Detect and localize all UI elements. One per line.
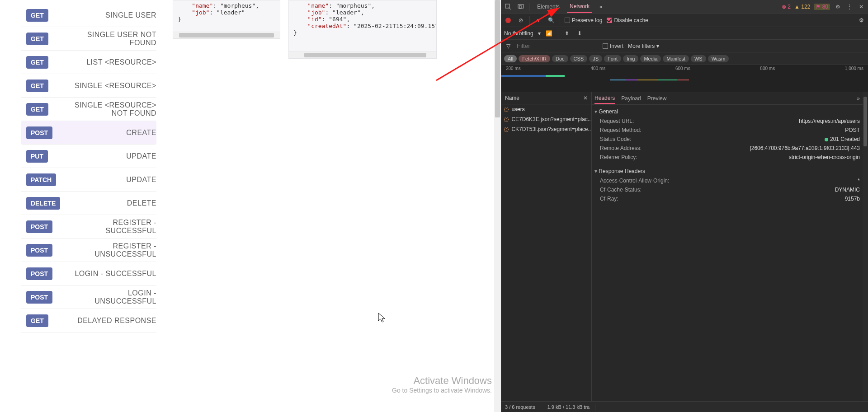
api-endpoint-item[interactable]: GETLIST <RESOURCE> [21,51,156,74]
type-filter-all[interactable]: All [504,55,517,62]
endpoint-label: SINGLE USER NOT FOUND [66,31,156,47]
endpoint-label: DELAYED RESPONSE [77,317,156,325]
preserve-log-checkbox[interactable]: Preserve log [565,17,602,23]
upload-har-icon[interactable]: ⬆ [563,29,571,37]
clear-icon[interactable]: ⊘ [517,16,525,24]
timeline-tick: 400 ms [590,66,605,71]
network-request-item[interactable]: {;}users [501,104,591,114]
endpoint-label: UPDATE [126,176,156,184]
filter-funnel-icon[interactable]: ▼ [534,16,542,24]
throttling-select[interactable]: No throttling ▾ [504,30,541,37]
api-endpoint-item[interactable]: POSTLOGIN - UNSUCCESSFUL [21,286,156,309]
detail-tab-headers[interactable]: Headers [594,93,615,104]
xhr-icon: {;} [504,126,509,132]
response-headers-section-header[interactable]: Response Headers [594,166,860,176]
network-request-item[interactable]: {;}CE7D6K3E.json?segment=plac... [501,114,591,124]
type-filter-manifest[interactable]: Manifest [663,55,689,62]
http-method-badge: POST [26,126,52,139]
type-filter-fetchxhr[interactable]: Fetch/XHR [519,55,550,62]
more-tabs-icon[interactable]: » [597,3,605,11]
general-section-header[interactable]: General [594,107,860,117]
endpoint-label: UPDATE [126,152,156,160]
http-method-badge: GET [26,9,48,22]
header-kv: Access-Control-Allow-Origin:* [594,176,860,185]
activate-windows-watermark: Activate Windows Go to Settings to activ… [392,375,492,394]
http-method-badge: PATCH [26,173,56,186]
network-toolbar: ⊘ ▼ 🔍 Preserve log Disable cache ⚙ [501,14,868,27]
network-settings-icon[interactable]: ⚙ [857,16,865,24]
svg-rect-2 [518,5,524,8]
error-count-badge[interactable]: ⊗ 2 [782,4,791,10]
api-endpoint-item[interactable]: GETDELAYED RESPONSE [21,309,156,332]
header-kv: Request Method:POST [594,126,860,135]
record-icon[interactable] [504,16,512,24]
detail-tab-preview[interactable]: Preview [647,94,667,103]
search-icon[interactable]: 🔍 [547,16,555,24]
request-count: 3 / 6 requests [505,404,541,410]
detail-tab-payload[interactable]: Payload [621,94,641,103]
type-filter-css[interactable]: CSS [570,55,588,62]
close-icon[interactable]: ✕ [583,95,588,101]
api-endpoint-item[interactable]: PATCHUPDATE [21,168,156,192]
tab-elements[interactable]: Elements [534,0,562,13]
api-endpoint-item[interactable]: POSTCREATE [21,121,156,145]
api-endpoint-item[interactable]: GETSINGLE <RESOURCE> [21,74,156,98]
issue-count-badge[interactable]: ⚑ 80 [814,4,830,10]
name-column-header[interactable]: Name ✕ [501,92,591,104]
more-tabs-icon[interactable]: » [857,95,860,102]
close-devtools-icon[interactable]: ✕ [857,3,865,11]
endpoint-label: REGISTER - UNSUCCESSFUL [66,242,156,258]
invert-checkbox[interactable]: Invert [603,43,623,49]
endpoint-label: LOGIN - SUCCESSFUL [75,270,156,278]
device-icon[interactable] [517,3,525,11]
xhr-icon: {;} [504,117,509,122]
horizontal-scrollbar[interactable] [288,52,437,59]
header-kv: Cf-Ray:9157b [594,194,860,203]
inspect-icon[interactable] [504,3,512,11]
endpoint-label: CREATE [126,129,156,137]
network-timeline[interactable]: 200 ms400 ms600 ms800 ms1,000 ms [501,65,868,92]
type-filter-wasm[interactable]: Wasm [708,55,729,62]
filter-row: ▽ Invert More filters ▾ [501,40,868,52]
watermark-subtitle: Go to Settings to activate Windows. [392,387,492,394]
page-content: GETSINGLE USERGETSINGLE USER NOT FOUNDGE… [0,0,501,412]
throttling-row: No throttling ▾ 📶 ⬆ ⬇ [501,27,868,40]
type-filter-js[interactable]: JS [589,55,602,62]
vertical-scrollbar[interactable] [494,0,501,412]
timeline-tick: 1,000 ms [845,66,863,71]
response-body-code: "name": "morpheus", "job": "leader", "id… [288,0,437,59]
vertical-scrollbar[interactable] [863,92,868,401]
type-filter-ws[interactable]: WS [691,55,706,62]
type-filter-media[interactable]: Media [640,55,661,62]
http-method-badge: POST [26,291,52,304]
filter-icon[interactable]: ▽ [504,42,512,50]
wifi-icon[interactable]: 📶 [545,29,553,37]
disable-cache-checkbox[interactable]: Disable cache [607,17,648,23]
api-endpoint-item[interactable]: GETSINGLE USER [21,4,156,27]
devtools-panel: Elements Network » ⊗ 2 ▲ 122 ⚑ 80 ⚙ ⋮ ✕ … [501,0,868,412]
api-endpoint-list: GETSINGLE USERGETSINGLE USER NOT FOUNDGE… [21,4,156,332]
api-endpoint-item[interactable]: GETSINGLE USER NOT FOUND [21,27,156,51]
endpoint-label: REGISTER - SUCCESSFUL [66,219,156,235]
type-filter-font[interactable]: Font [604,55,621,62]
settings-gear-icon[interactable]: ⚙ [834,3,842,11]
api-endpoint-item[interactable]: POSTREGISTER - UNSUCCESSFUL [21,239,156,262]
api-endpoint-item[interactable]: PUTUPDATE [21,145,156,168]
api-endpoint-item[interactable]: POSTLOGIN - SUCCESSFUL [21,262,156,286]
network-request-item[interactable]: {;}CK7DT53l.json?segment=place... [501,124,591,134]
api-endpoint-item[interactable]: POSTREGISTER - SUCCESSFUL [21,215,156,239]
header-kv: Cf-Cache-Status:DYNAMIC [594,185,860,194]
type-filter-img[interactable]: Img [623,55,638,62]
api-endpoint-item[interactable]: DELETEDELETE [21,192,156,215]
tab-network[interactable]: Network [567,0,592,13]
api-endpoint-item[interactable]: GETSINGLE <RESOURCE> NOT FOUND [21,98,156,121]
download-har-icon[interactable]: ⬇ [576,29,584,37]
header-kv: Status Code:201 Created [594,135,860,144]
type-filter-doc[interactable]: Doc [552,55,568,62]
filter-input[interactable] [517,42,598,49]
request-name: CK7DT53l.json?segment=place... [511,126,591,132]
more-filters-dropdown[interactable]: More filters ▾ [628,43,659,49]
horizontal-scrollbar[interactable] [173,32,280,39]
warning-count-badge[interactable]: ▲ 122 [794,4,810,10]
kebab-menu-icon[interactable]: ⋮ [845,3,854,11]
